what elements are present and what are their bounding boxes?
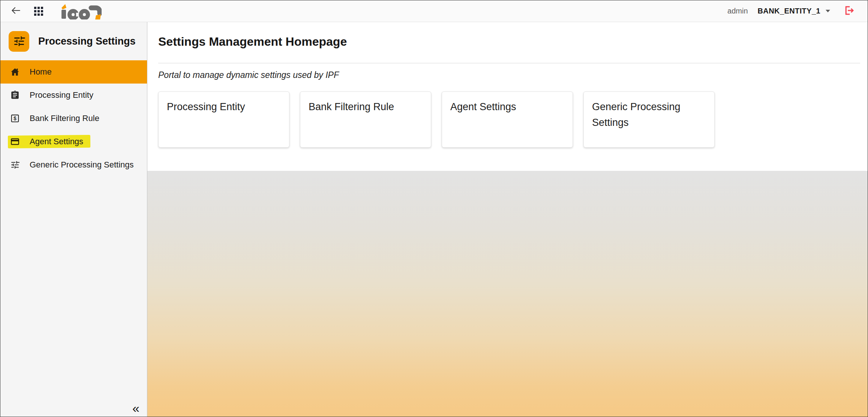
- credit-card-icon: [10, 136, 20, 147]
- card-label: Bank Filtering Rule: [309, 101, 394, 112]
- entity-selector-value: BANK_ENTITY_1: [758, 7, 820, 15]
- sidebar-title: Processing Settings: [38, 36, 136, 47]
- logout-icon: [844, 5, 855, 17]
- sidebar-item-label: Processing Entity: [30, 90, 93, 100]
- sidebar: Processing Settings Home: [0, 22, 147, 417]
- svg-text:$: $: [13, 115, 16, 121]
- card-label-highlighted: Agent Settings: [450, 99, 516, 115]
- background-gradient-area: [147, 171, 868, 417]
- page-subtitle: Portal to manage dynamic settings used b…: [158, 70, 860, 80]
- sidebar-item-label: Agent Settings: [30, 137, 83, 146]
- sidebar-collapse-button[interactable]: «: [132, 402, 139, 414]
- card-processing-entity[interactable]: Processing Entity: [158, 91, 289, 148]
- sidebar-nav: Home Processing Entity $: [0, 60, 147, 176]
- icon-logo: [60, 3, 102, 19]
- sidebar-item-processing-entity[interactable]: Processing Entity: [0, 84, 147, 107]
- sidebar-header: Processing Settings: [0, 22, 147, 60]
- home-icon: [10, 67, 20, 77]
- sidebar-item-bank-filtering-rule[interactable]: $ Bank Filtering Rule: [0, 107, 147, 130]
- chevron-down-icon: [826, 10, 830, 12]
- clipboard-icon: [10, 90, 20, 100]
- card-label: Generic Processing Settings: [592, 101, 681, 128]
- dollar-box-icon: $: [10, 113, 20, 124]
- entity-selector[interactable]: BANK_ENTITY_1: [758, 7, 830, 15]
- user-role-label: admin: [727, 7, 748, 15]
- sidebar-item-agent-settings[interactable]: Agent Settings: [0, 130, 147, 153]
- processing-settings-app-icon: [9, 31, 29, 52]
- page-title: Settings Management Homepage: [158, 34, 860, 49]
- title-divider: [158, 63, 860, 63]
- sidebar-item-label: Home: [30, 67, 52, 77]
- back-arrow-icon: [11, 5, 21, 17]
- logout-button[interactable]: [842, 3, 856, 19]
- sidebar-item-generic-processing-settings[interactable]: Generic Processing Settings: [0, 153, 147, 176]
- card-label: Processing Entity: [167, 101, 245, 112]
- apps-grid-icon: [34, 7, 43, 16]
- back-button[interactable]: [9, 4, 23, 18]
- card-bank-filtering-rule[interactable]: Bank Filtering Rule: [300, 91, 431, 148]
- app-window: admin BANK_ENTITY_1: [0, 0, 868, 417]
- topbar: admin BANK_ENTITY_1: [0, 0, 868, 22]
- settings-homepage-section: Settings Management Homepage Portal to m…: [147, 22, 868, 171]
- card-generic-processing-settings[interactable]: Generic Processing Settings: [583, 91, 715, 148]
- sidebar-item-label: Generic Processing Settings: [30, 160, 134, 170]
- settings-card-grid: Processing Entity Bank Filtering Rule Ag…: [158, 91, 860, 148]
- sidebar-item-label: Bank Filtering Rule: [30, 114, 99, 123]
- tune-icon: [10, 160, 20, 170]
- card-agent-settings[interactable]: Agent Settings: [442, 91, 573, 148]
- sidebar-item-home[interactable]: Home: [0, 60, 147, 84]
- apps-grid-button[interactable]: [33, 5, 45, 17]
- main-content: Settings Management Homepage Portal to m…: [147, 22, 868, 417]
